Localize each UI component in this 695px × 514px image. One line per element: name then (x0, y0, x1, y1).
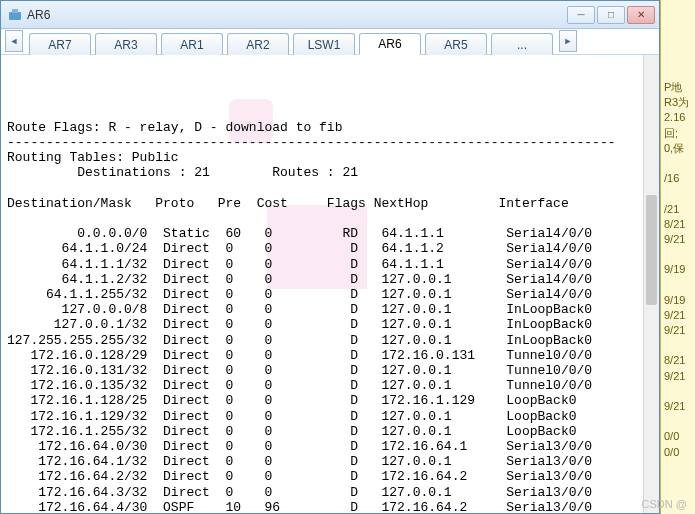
side-note (661, 247, 695, 262)
side-note: 回; (661, 126, 695, 141)
terminal-output[interactable]: Route Flags: R - relay, D - download to … (1, 55, 659, 513)
tab-scroll-right[interactable]: ► (559, 30, 577, 52)
titlebar[interactable]: AR6 ─ □ ✕ (1, 1, 659, 29)
tab-...[interactable]: ... (491, 33, 553, 55)
svg-rect-0 (9, 12, 21, 20)
side-note: 9/21 (661, 308, 695, 323)
side-note: /16 (661, 171, 695, 186)
side-note: R3为 (661, 95, 695, 110)
svg-rect-1 (12, 9, 18, 13)
tab-lsw1[interactable]: LSW1 (293, 33, 355, 55)
side-note (661, 414, 695, 429)
app-icon (7, 7, 23, 23)
terminal-window: AR6 ─ □ ✕ ◄ AR7AR3AR1AR2LSW1AR6AR5... ► … (0, 0, 660, 514)
side-note (661, 277, 695, 292)
side-note: 8/21 (661, 217, 695, 232)
tab-scroll-left[interactable]: ◄ (5, 30, 23, 52)
scrollbar[interactable] (643, 55, 659, 513)
tab-ar6[interactable]: AR6 (359, 33, 421, 55)
side-note (661, 186, 695, 201)
side-note: 0/0 (661, 445, 695, 460)
side-note: 8/21 (661, 353, 695, 368)
tab-ar3[interactable]: AR3 (95, 33, 157, 55)
side-note: 0,保 (661, 141, 695, 156)
tab-ar1[interactable]: AR1 (161, 33, 223, 55)
tab-ar2[interactable]: AR2 (227, 33, 289, 55)
window-title: AR6 (27, 8, 567, 22)
side-note (661, 384, 695, 399)
side-note: 9/21 (661, 232, 695, 247)
side-note: 9/19 (661, 293, 695, 308)
side-note: 2.16 (661, 110, 695, 125)
side-panel: P地R3为2.16回;0,保/16/218/219/219/199/199/21… (660, 0, 695, 514)
maximize-button[interactable]: □ (597, 6, 625, 24)
side-note: P地 (661, 80, 695, 95)
side-note (661, 338, 695, 353)
tab-ar5[interactable]: AR5 (425, 33, 487, 55)
close-button[interactable]: ✕ (627, 6, 655, 24)
scrollbar-thumb[interactable] (646, 195, 657, 305)
side-note: 9/21 (661, 399, 695, 414)
watermark: CSDN @ (642, 498, 687, 510)
side-note (661, 156, 695, 171)
side-note: 0/0 (661, 429, 695, 444)
side-note: 9/21 (661, 369, 695, 384)
side-note: /21 (661, 202, 695, 217)
minimize-button[interactable]: ─ (567, 6, 595, 24)
side-note: 9/19 (661, 262, 695, 277)
tab-bar: ◄ AR7AR3AR1AR2LSW1AR6AR5... ► (1, 29, 659, 55)
side-note: 9/21 (661, 323, 695, 338)
tab-ar7[interactable]: AR7 (29, 33, 91, 55)
